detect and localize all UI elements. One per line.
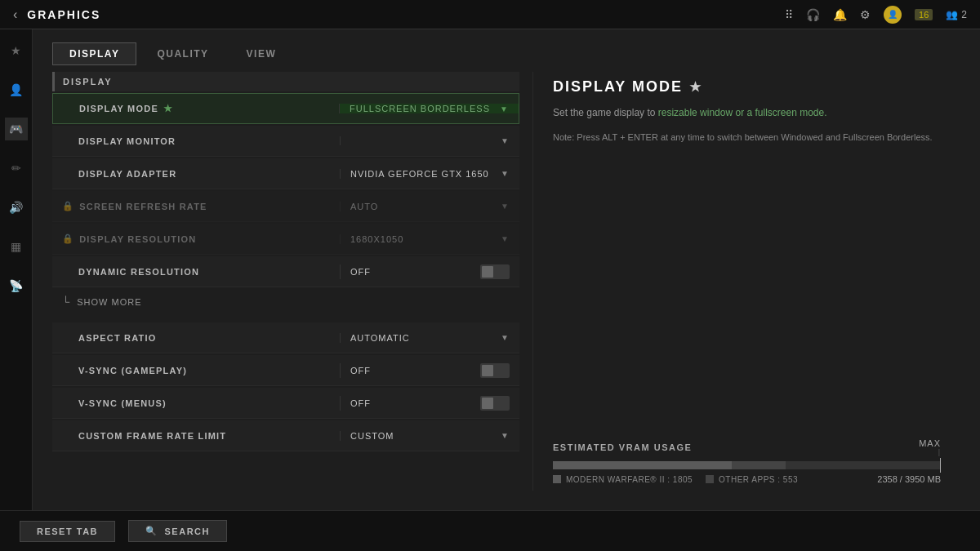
setting-label-aspect-ratio: ASPECT RATIO xyxy=(52,333,340,343)
settings-right: DISPLAY MODE ★ Set the game display to r… xyxy=(533,72,960,491)
setting-row-custom-frame-rate[interactable]: CUSTOM FRAME RATE LIMIT CUSTOM ▼ xyxy=(52,420,519,451)
tab-quality[interactable]: QUALITY xyxy=(140,42,225,65)
setting-row-vsync-gameplay[interactable]: V-SYNC (GAMEPLAY) OFF xyxy=(52,355,519,386)
search-button[interactable]: 🔍 SEARCH xyxy=(128,520,227,542)
setting-label-display-monitor: DISPLAY MONITOR xyxy=(52,136,340,146)
player-count: 👥 2 xyxy=(946,9,967,20)
display-adapter-dropdown-arrow: ▼ xyxy=(501,169,510,178)
vram-bar-other xyxy=(732,461,786,469)
display-monitor-dropdown-arrow: ▼ xyxy=(501,136,510,145)
tab-display[interactable]: DISPLAY xyxy=(52,42,136,65)
custom-frame-rate-value: CUSTOM ▼ xyxy=(340,431,519,441)
display-mode-value: FULLSCREEN BORDERLESS ▼ xyxy=(339,104,519,113)
display-adapter-value-text: NVIDIA GEFORCE GTX 1650 xyxy=(350,169,489,179)
vsync-gameplay-value: OFF xyxy=(340,363,519,378)
show-more-label: SHOW MORE xyxy=(77,297,141,307)
back-button[interactable]: ‹ xyxy=(13,7,17,22)
search-icon: 🔍 xyxy=(145,526,158,536)
setting-label-display-resolution: 🔒 DISPLAY RESOLUTION xyxy=(52,233,340,244)
sidebar-icon-grid[interactable]: ▦ xyxy=(5,235,28,258)
vram-dot-other xyxy=(706,475,714,483)
corner-icon: └ xyxy=(62,295,70,308)
page-title: GRAPHICS xyxy=(27,8,100,21)
topbar: ‹ GRAPHICS ⠿ 🎧 🔔 ⚙ 👤 16 👥 2 xyxy=(0,0,980,29)
dynamic-resolution-toggle[interactable] xyxy=(480,264,510,279)
info-note: Note: Press ALT + ENTER at any time to s… xyxy=(553,131,941,145)
sidebar-icon-edit[interactable]: ✏ xyxy=(5,157,28,180)
setting-row-display-resolution: 🔒 DISPLAY RESOLUTION 1680X1050 ▼ xyxy=(52,224,519,255)
setting-row-display-mode[interactable]: DISPLAY MODE ★ FULLSCREEN BORDERLESS ▼ xyxy=(52,93,519,124)
sidebar-icon-profile[interactable]: 👤 xyxy=(5,78,28,101)
setting-label-custom-frame-rate: CUSTOM FRAME RATE LIMIT xyxy=(52,431,340,441)
vsync-menus-toggle[interactable] xyxy=(480,396,510,411)
vram-usage-text: 2358 / 3950 MB xyxy=(877,474,941,484)
info-title: DISPLAY MODE ★ xyxy=(553,78,941,96)
vram-bar-container xyxy=(553,461,941,469)
screen-refresh-dropdown-arrow: ▼ xyxy=(501,202,510,211)
setting-label-display-adapter: DISPLAY ADAPTER xyxy=(52,169,340,179)
setting-row-dynamic-resolution[interactable]: DYNAMIC RESOLUTION OFF xyxy=(52,256,519,287)
display-resolution-dropdown-arrow: ▼ xyxy=(501,234,510,243)
bottom-bar: RESET TAB 🔍 SEARCH xyxy=(0,510,980,551)
tabs-bar: DISPLAY QUALITY VIEW xyxy=(33,29,980,72)
vram-header: ESTIMATED VRAM USAGE MAX | xyxy=(553,438,941,456)
custom-frame-rate-dropdown-arrow: ▼ xyxy=(501,431,510,440)
aspect-ratio-value: AUTOMATIC ▼ xyxy=(340,333,519,343)
settings-divider xyxy=(52,316,519,322)
info-desc-link: resizable window or a fullscreen mode. xyxy=(658,107,827,118)
bell-icon[interactable]: 🔔 xyxy=(833,8,847,21)
vsync-gameplay-toggle[interactable] xyxy=(480,363,510,378)
sidebar: ★ 👤 🎮 ✏ 🔊 ▦ 📡 xyxy=(0,29,33,510)
topbar-left: ‹ GRAPHICS xyxy=(13,7,100,22)
setting-row-display-monitor[interactable]: DISPLAY MONITOR ▼ xyxy=(52,126,519,157)
setting-row-aspect-ratio[interactable]: ASPECT RATIO AUTOMATIC ▼ xyxy=(52,322,519,353)
aspect-ratio-dropdown-arrow: ▼ xyxy=(501,333,510,342)
vram-legend-mw: MODERN WARFARE® II : 1805 xyxy=(553,475,693,484)
vram-legend-other: OTHER APPS : 553 xyxy=(706,475,798,484)
vram-max: MAX | xyxy=(919,438,941,456)
reset-tab-button[interactable]: RESET TAB xyxy=(20,521,115,542)
main-layout: ★ 👤 🎮 ✏ 🔊 ▦ 📡 DISPLAY QUALITY VIEW DISPL… xyxy=(0,29,980,510)
display-mode-value-text: FULLSCREEN BORDERLESS xyxy=(350,104,490,113)
display-monitor-value: ▼ xyxy=(340,136,519,145)
topbar-right: ⠿ 🎧 🔔 ⚙ 👤 16 👥 2 xyxy=(785,6,967,24)
screen-refresh-lock-icon: 🔒 xyxy=(62,201,74,211)
players-icon: 👥 xyxy=(946,9,958,20)
avatar[interactable]: 👤 xyxy=(884,6,902,24)
setting-row-vsync-menus[interactable]: V-SYNC (MENUS) OFF xyxy=(52,388,519,419)
info-description: Set the game display to resizable window… xyxy=(553,105,941,121)
setting-label-screen-refresh: 🔒 SCREEN REFRESH RATE xyxy=(52,201,340,211)
setting-label-dynamic-resolution: DYNAMIC RESOLUTION xyxy=(52,267,340,277)
vram-section: ESTIMATED VRAM USAGE MAX | xyxy=(553,429,941,484)
grid-icon[interactable]: ⠿ xyxy=(785,8,793,21)
settings-left: DISPLAY DISPLAY MODE ★ FULLSCREEN BORDER… xyxy=(52,72,526,491)
setting-row-screen-refresh: 🔒 SCREEN REFRESH RATE AUTO ▼ xyxy=(52,191,519,222)
tab-view[interactable]: VIEW xyxy=(229,42,294,65)
vsync-menus-value: OFF xyxy=(340,396,519,411)
screen-refresh-value: AUTO ▼ xyxy=(340,202,519,211)
sidebar-icon-audio[interactable]: 🔊 xyxy=(5,196,28,219)
center-content: DISPLAY QUALITY VIEW DISPLAY DISPLAY MOD… xyxy=(33,29,980,510)
dynamic-resolution-value: OFF xyxy=(340,264,519,279)
settings-panel: DISPLAY DISPLAY MODE ★ FULLSCREEN BORDER… xyxy=(33,72,980,510)
info-title-text: DISPLAY MODE xyxy=(553,78,683,96)
gear-icon[interactable]: ⚙ xyxy=(860,8,871,21)
sidebar-icon-controller[interactable]: 🎮 xyxy=(5,118,28,140)
section-header-display: DISPLAY xyxy=(52,72,519,91)
sidebar-icon-network[interactable]: 📡 xyxy=(5,274,28,297)
vram-dot-mw xyxy=(553,475,561,483)
vram-bar-mw xyxy=(553,461,732,469)
display-resolution-value: 1680X1050 ▼ xyxy=(340,234,519,244)
display-resolution-lock-icon: 🔒 xyxy=(62,233,74,244)
show-more-row[interactable]: └ SHOW MORE xyxy=(52,289,519,314)
info-title-star: ★ xyxy=(689,79,702,95)
setting-label-vsync-menus: V-SYNC (MENUS) xyxy=(52,398,340,408)
search-label: SEARCH xyxy=(165,527,210,536)
vram-title: ESTIMATED VRAM USAGE xyxy=(553,442,692,452)
level-badge: 16 xyxy=(915,9,933,20)
display-mode-star: ★ xyxy=(163,103,173,114)
setting-row-display-adapter[interactable]: DISPLAY ADAPTER NVIDIA GEFORCE GTX 1650 … xyxy=(52,158,519,189)
sidebar-icon-star[interactable]: ★ xyxy=(5,39,28,62)
headset-icon[interactable]: 🎧 xyxy=(806,8,820,21)
setting-label-display-mode: DISPLAY MODE ★ xyxy=(53,103,339,114)
